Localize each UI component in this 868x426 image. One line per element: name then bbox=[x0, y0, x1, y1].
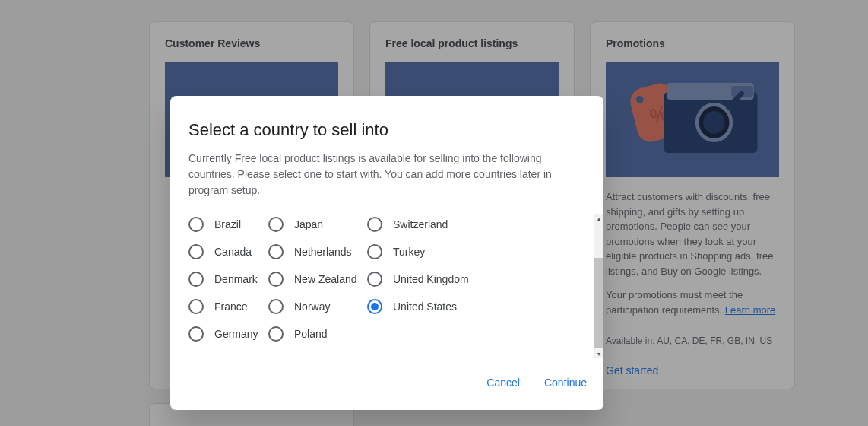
radio-icon bbox=[188, 299, 204, 314]
country-label: Brazil bbox=[214, 218, 241, 230]
country-radio-new-zealand[interactable]: New Zealand bbox=[268, 272, 367, 287]
radio-icon bbox=[367, 299, 382, 314]
country-scroll-area: BrazilJapanSwitzerlandCanadaNetherlandsT… bbox=[170, 214, 603, 358]
cancel-button[interactable]: Cancel bbox=[483, 372, 523, 393]
country-radio-germany[interactable]: Germany bbox=[188, 326, 268, 342]
country-radio-canada[interactable]: Canada bbox=[188, 244, 268, 259]
country-radio-poland[interactable]: Poland bbox=[268, 326, 367, 342]
country-label: United Kingdom bbox=[393, 273, 469, 285]
scrollbar-thumb[interactable] bbox=[594, 258, 603, 348]
country-radio-brazil[interactable]: Brazil bbox=[188, 217, 268, 232]
radio-icon bbox=[188, 272, 204, 287]
country-radio-netherlands[interactable]: Netherlands bbox=[268, 244, 367, 259]
radio-icon bbox=[367, 272, 382, 287]
country-label: Switzerland bbox=[393, 218, 448, 230]
country-radio-switzerland[interactable]: Switzerland bbox=[367, 217, 585, 232]
country-label: United States bbox=[393, 300, 457, 313]
radio-icon bbox=[188, 326, 204, 342]
country-select-dialog: Select a country to sell into Currently … bbox=[170, 96, 603, 410]
country-label: Norway bbox=[294, 300, 330, 313]
dialog-actions: Cancel Continue bbox=[170, 358, 603, 402]
country-label: Netherlands bbox=[294, 246, 352, 258]
country-label: Japan bbox=[294, 218, 323, 230]
country-label: Canada bbox=[214, 246, 252, 258]
dialog-title: Select a country to sell into bbox=[170, 96, 603, 143]
country-radio-turkey[interactable]: Turkey bbox=[367, 244, 585, 259]
radio-icon bbox=[268, 299, 284, 314]
scrollbar-track[interactable]: ▴ ▾ bbox=[594, 214, 603, 358]
country-radio-japan[interactable]: Japan bbox=[268, 217, 367, 232]
continue-button[interactable]: Continue bbox=[541, 372, 590, 393]
country-label: France bbox=[214, 300, 248, 313]
country-label: Denmark bbox=[214, 273, 258, 285]
country-label: New Zealand bbox=[294, 273, 357, 285]
country-radio-denmark[interactable]: Denmark bbox=[188, 272, 268, 287]
country-radio-united-kingdom[interactable]: United Kingdom bbox=[367, 272, 585, 287]
radio-icon bbox=[268, 326, 284, 342]
radio-icon bbox=[268, 244, 284, 259]
country-label: Germany bbox=[214, 328, 258, 340]
radio-icon bbox=[367, 244, 382, 259]
radio-icon bbox=[367, 217, 382, 232]
dialog-subtitle: Currently Free local product listings is… bbox=[170, 143, 603, 199]
scroll-up-arrow[interactable]: ▴ bbox=[594, 214, 603, 223]
radio-icon bbox=[268, 272, 284, 287]
radio-icon bbox=[188, 244, 204, 259]
country-radio-norway[interactable]: Norway bbox=[268, 299, 367, 314]
country-label: Poland bbox=[294, 328, 328, 340]
radio-icon bbox=[188, 217, 204, 232]
country-radio-france[interactable]: France bbox=[188, 299, 268, 314]
country-radio-grid: BrazilJapanSwitzerlandCanadaNetherlandsT… bbox=[188, 217, 585, 342]
radio-icon bbox=[268, 217, 284, 232]
country-label: Turkey bbox=[393, 246, 425, 258]
country-radio-united-states[interactable]: United States bbox=[367, 299, 585, 314]
scroll-down-arrow[interactable]: ▾ bbox=[594, 349, 603, 358]
